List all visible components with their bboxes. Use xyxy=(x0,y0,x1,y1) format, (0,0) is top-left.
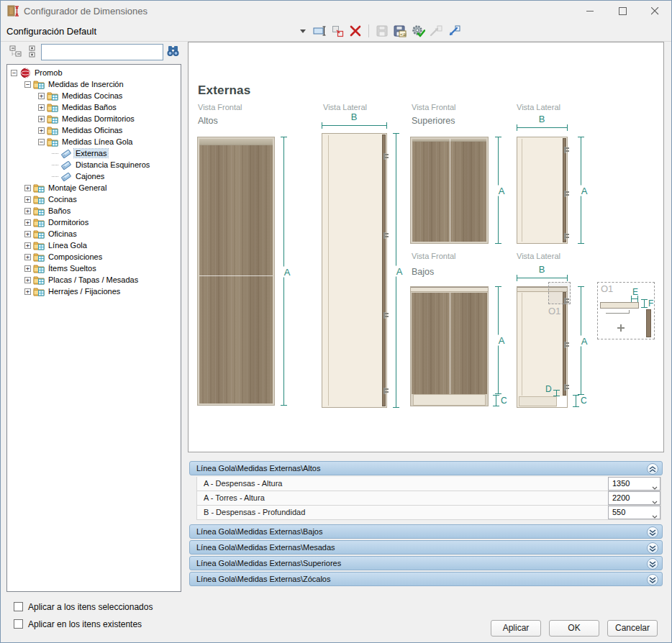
tree-item-label[interactable]: Baños xyxy=(47,206,72,215)
dimension-value-select[interactable]: 550 xyxy=(608,506,660,519)
tree[interactable]: −Promob−Medidas de Inserción+Medidas Coc… xyxy=(6,64,181,592)
panel-header-3[interactable]: Línea Gola\Medidas Externas\Superiores xyxy=(189,556,663,570)
expand-node-icon[interactable]: + xyxy=(38,127,45,134)
tree-item-ítems-sueltos[interactable]: +Ítems Sueltos xyxy=(7,263,181,274)
tree-item-baños[interactable]: +Baños xyxy=(7,205,181,216)
expand-panel-button[interactable] xyxy=(647,542,658,554)
checkbox-apply-selected-label[interactable]: Aplicar a los itens seleccionados xyxy=(28,602,153,612)
folder-icon xyxy=(33,194,45,205)
dimension-value-select[interactable]: 2200 xyxy=(608,491,660,505)
copy-config-icon[interactable] xyxy=(330,24,345,38)
delete-config-icon[interactable] xyxy=(348,24,363,38)
collapse-node-icon[interactable]: − xyxy=(24,81,31,88)
dimension-value-select[interactable]: 1350 xyxy=(608,477,660,491)
checkbox-apply-existing[interactable] xyxy=(14,619,23,629)
save-database-icon[interactable]: <a> xyxy=(393,24,407,38)
collapse-panel-button[interactable] xyxy=(647,463,658,475)
expand-node-icon[interactable]: + xyxy=(24,196,31,203)
tree-item-dormitorios[interactable]: +Dormitorios xyxy=(7,216,181,228)
tree-item-medidas-cocinas[interactable]: +Medidas Cocinas xyxy=(7,90,181,101)
apply-config-icon[interactable] xyxy=(411,24,425,38)
cancel-button[interactable]: Cancelar xyxy=(607,620,658,637)
panel-header-2[interactable]: Línea Gola\Medidas Externas\Mesadas xyxy=(189,540,663,555)
expand-panel-button[interactable] xyxy=(647,526,658,538)
tree-item-label[interactable]: Cajones xyxy=(74,172,106,181)
tree-item-label[interactable]: Línea Gola xyxy=(47,241,88,250)
tree-item-label[interactable]: Cocinas xyxy=(47,195,78,204)
tree-item-label[interactable]: Medidas Baños xyxy=(60,103,118,111)
tree-item-medidas-oficinas[interactable]: +Medidas Oficinas xyxy=(7,124,181,136)
tree-item-label[interactable]: Oficinas xyxy=(47,229,78,238)
tree-item-label[interactable]: Montaje General xyxy=(47,183,108,192)
expand-node-icon[interactable]: + xyxy=(24,185,31,191)
expand-node-icon[interactable]: + xyxy=(24,265,31,272)
tree-item-herrajes-fijaciones[interactable]: +Herrajes / Fijaciones xyxy=(7,286,181,297)
apply-button[interactable]: Aplicar xyxy=(491,620,541,637)
tree-item-medidas-baños[interactable]: +Medidas Baños xyxy=(7,101,181,113)
collapse-node-icon[interactable]: − xyxy=(38,139,45,145)
expand-node-icon[interactable]: + xyxy=(24,277,31,283)
tree-item-cajones[interactable]: Cajones xyxy=(7,170,181,182)
collapse-node-icon[interactable]: − xyxy=(11,70,17,76)
checkbox-apply-selected[interactable] xyxy=(14,602,23,611)
tree-item-label[interactable]: Dormitorios xyxy=(47,218,90,227)
binoculars-search-icon[interactable] xyxy=(166,45,179,58)
configuration-select[interactable]: Configuración Default xyxy=(1,22,310,40)
tree-item-oficinas[interactable]: +Oficinas xyxy=(7,228,181,240)
tree-item-label[interactable]: Medidas Dormitorios xyxy=(60,114,136,123)
tree-item-label[interactable]: Placas / Tapas / Mesadas xyxy=(47,275,140,284)
tree-item-label[interactable]: Externas xyxy=(74,149,108,158)
title-bar[interactable]: Configurador de Dimensiones xyxy=(1,1,671,21)
panel-header-1[interactable]: Línea Gola\Medidas Externas\Bajos xyxy=(189,524,663,539)
tree-item-medidas-de-inserción[interactable]: −Medidas de Inserción xyxy=(7,78,181,90)
collapse-all-icon[interactable] xyxy=(9,45,22,58)
import-config-icon[interactable] xyxy=(447,24,461,38)
fixing-icon xyxy=(617,324,625,332)
expand-node-icon[interactable]: + xyxy=(24,231,31,237)
maximize-button[interactable] xyxy=(607,1,639,21)
minimize-button[interactable] xyxy=(574,1,607,21)
expand-node-icon[interactable]: + xyxy=(38,116,45,122)
expand-node-icon[interactable]: + xyxy=(24,254,31,260)
expand-node-icon[interactable]: + xyxy=(24,242,31,249)
expand-node-icon[interactable]: + xyxy=(24,288,31,295)
tree-item-placas-tapas-mesadas[interactable]: +Placas / Tapas / Mesadas xyxy=(7,274,181,286)
expand-node-icon[interactable]: + xyxy=(24,208,31,214)
expand-node-icon[interactable]: + xyxy=(38,93,45,99)
search-input[interactable] xyxy=(41,44,163,60)
tree-item-label[interactable]: Medidas Cocinas xyxy=(60,91,124,100)
tree-item-label[interactable]: Medidas Línea Gola xyxy=(60,137,134,146)
expand-node-icon[interactable]: + xyxy=(38,104,45,111)
tree-item-promob[interactable]: −Promob xyxy=(7,67,181,78)
tree-item-distancia-esquineros[interactable]: Distancia Esquineros xyxy=(7,159,181,170)
tree-connector xyxy=(52,176,58,177)
tree-item-label[interactable]: Composiciones xyxy=(47,252,104,261)
folder-icon xyxy=(47,114,58,124)
tree-item-montaje-general[interactable]: +Montaje General xyxy=(7,182,181,193)
checkbox-apply-existing-label[interactable]: Aplicar en los itens existentes xyxy=(28,619,142,629)
tree-item-label[interactable]: Medidas Oficinas xyxy=(60,126,124,134)
tree-item-label[interactable]: Ítems Sueltos xyxy=(47,264,98,273)
tree-item-composiciones[interactable]: +Composiciones xyxy=(7,251,181,263)
close-button[interactable] xyxy=(639,1,671,21)
tree-item-cocinas[interactable]: +Cocinas xyxy=(7,193,181,205)
panel-header-4[interactable]: Línea Gola\Medidas Externas\Zócalos xyxy=(189,572,663,586)
tree-item-medidas-dormitorios[interactable]: +Medidas Dormitorios xyxy=(7,113,181,124)
panel-header-0[interactable]: Línea Gola\Medidas Externas\Altos xyxy=(189,461,663,475)
expand-all-icon[interactable] xyxy=(25,45,38,58)
rename-config-icon[interactable] xyxy=(312,24,327,38)
tree-item-label[interactable]: Medidas de Inserción xyxy=(47,80,125,88)
dim-label-d: D xyxy=(545,384,552,394)
expand-node-icon[interactable]: + xyxy=(24,219,31,226)
tree-item-label[interactable]: Distancia Esquineros xyxy=(74,160,151,169)
tree-item-línea-gola[interactable]: +Línea Gola xyxy=(7,240,181,251)
tree-item-label[interactable]: Promob xyxy=(33,68,64,77)
ok-button[interactable]: OK xyxy=(549,620,599,637)
expand-panel-button[interactable] xyxy=(647,574,658,585)
tree-item-externas[interactable]: Externas xyxy=(7,147,181,159)
tag-icon xyxy=(60,148,72,159)
tree-item-label[interactable]: Herrajes / Fijaciones xyxy=(47,287,122,296)
expand-panel-button[interactable] xyxy=(647,558,658,570)
tree-item-medidas-línea-gola[interactable]: −Medidas Línea Gola xyxy=(7,136,181,147)
panel-title: Línea Gola\Medidas Externas\Bajos xyxy=(196,527,323,536)
